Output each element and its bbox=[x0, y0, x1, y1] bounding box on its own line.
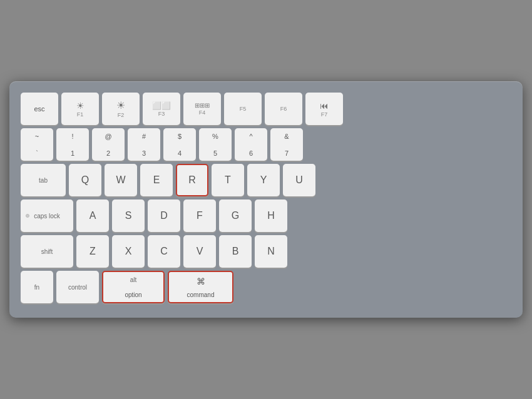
f6-label: F6 bbox=[280, 106, 287, 112]
five-char: 5 bbox=[213, 149, 217, 157]
key-f3[interactable]: ⬜⬜ F3 bbox=[143, 93, 180, 125]
x-label: X bbox=[125, 246, 132, 257]
g-label: G bbox=[232, 210, 239, 221]
key-2[interactable]: @ 2 bbox=[92, 128, 125, 161]
v-label: V bbox=[197, 246, 203, 257]
key-z[interactable]: Z bbox=[76, 235, 109, 268]
command-icon: ⌘ bbox=[197, 276, 205, 286]
a-label: A bbox=[90, 210, 96, 221]
percent-char: % bbox=[212, 133, 218, 140]
key-f6[interactable]: F6 bbox=[265, 93, 302, 125]
exclaim-char: ! bbox=[71, 133, 73, 140]
key-7[interactable]: & 7 bbox=[270, 128, 303, 161]
key-h[interactable]: H bbox=[255, 200, 287, 232]
hash-char: # bbox=[142, 133, 146, 140]
key-v[interactable]: V bbox=[183, 235, 216, 268]
key-f4[interactable]: ⊞⊞⊞ F4 bbox=[183, 93, 221, 125]
key-a[interactable]: A bbox=[76, 200, 109, 232]
at-char: @ bbox=[105, 133, 111, 140]
f-label: F bbox=[197, 210, 203, 221]
caret-char: ^ bbox=[249, 133, 252, 140]
key-f7[interactable]: ⏮ F7 bbox=[305, 93, 343, 125]
key-6[interactable]: ^ 6 bbox=[235, 128, 267, 161]
key-x[interactable]: X bbox=[112, 235, 145, 268]
key-3[interactable]: # 3 bbox=[128, 128, 160, 161]
key-d[interactable]: D bbox=[148, 200, 180, 232]
key-b[interactable]: B bbox=[219, 235, 252, 268]
key-4[interactable]: $ 4 bbox=[163, 128, 196, 161]
z-label: Z bbox=[90, 246, 96, 257]
tilde-char: ~ bbox=[35, 133, 39, 140]
key-w[interactable]: W bbox=[105, 164, 137, 196]
fn-label: fn bbox=[34, 284, 39, 291]
keyboard: esc ☀ F1 ☀ F2 ⬜⬜ F3 ⊞⊞⊞ F4 F5 F6 bbox=[9, 81, 523, 318]
w-label: W bbox=[116, 174, 125, 186]
key-f1[interactable]: ☀ F1 bbox=[61, 93, 99, 125]
one-char: 1 bbox=[71, 149, 74, 157]
q-label: Q bbox=[81, 174, 89, 186]
b-label: B bbox=[232, 246, 239, 257]
key-f[interactable]: F bbox=[183, 200, 216, 232]
six-char: 6 bbox=[249, 149, 253, 157]
key-n[interactable]: N bbox=[255, 235, 287, 268]
key-t[interactable]: T bbox=[212, 164, 244, 196]
capslock-label: caps lock bbox=[34, 213, 60, 220]
key-shift[interactable]: shift bbox=[21, 235, 73, 268]
key-tab[interactable]: tab bbox=[21, 164, 66, 196]
key-e[interactable]: E bbox=[140, 164, 173, 196]
key-backtick[interactable]: ~ ` bbox=[21, 128, 53, 161]
u-label: U bbox=[295, 174, 303, 186]
key-5[interactable]: % 5 bbox=[199, 128, 232, 161]
control-label: control bbox=[68, 284, 87, 291]
zxcv-row: shift Z X C V B N bbox=[21, 235, 511, 268]
c-label: C bbox=[160, 246, 168, 257]
three-char: 3 bbox=[142, 149, 146, 157]
key-option[interactable]: alt option bbox=[102, 271, 165, 303]
key-fn[interactable]: fn bbox=[21, 271, 53, 303]
key-f5[interactable]: F5 bbox=[224, 93, 262, 125]
key-f2[interactable]: ☀ F2 bbox=[102, 93, 140, 125]
key-g[interactable]: G bbox=[219, 200, 252, 232]
y-label: Y bbox=[260, 174, 267, 186]
alt-label: alt bbox=[130, 276, 137, 283]
asdf-row: caps lock A S D F G H bbox=[21, 200, 511, 232]
key-r[interactable]: R bbox=[176, 164, 208, 196]
f1-icon: ☀ bbox=[76, 101, 84, 111]
option-label: option bbox=[125, 291, 141, 298]
key-c[interactable]: C bbox=[148, 235, 180, 268]
key-1[interactable]: ! 1 bbox=[56, 128, 89, 161]
f1-label: F1 bbox=[77, 111, 84, 118]
key-u[interactable]: U bbox=[283, 164, 315, 196]
shift-label: shift bbox=[41, 248, 53, 255]
two-char: 2 bbox=[106, 149, 110, 157]
key-q[interactable]: Q bbox=[69, 164, 101, 196]
amp-char: & bbox=[284, 133, 289, 140]
h-label: H bbox=[267, 210, 275, 221]
s-label: S bbox=[125, 210, 132, 221]
dollar-char: $ bbox=[178, 133, 182, 140]
tab-label: tab bbox=[39, 177, 48, 184]
n-label: N bbox=[267, 246, 275, 257]
bottom-row: fn control alt option ⌘ command bbox=[21, 271, 511, 303]
key-esc[interactable]: esc bbox=[21, 93, 58, 125]
key-command[interactable]: ⌘ command bbox=[168, 271, 233, 303]
e-label: E bbox=[153, 174, 160, 186]
seven-char: 7 bbox=[285, 149, 289, 157]
f3-icon: ⬜⬜ bbox=[152, 101, 171, 110]
f2-icon: ☀ bbox=[116, 99, 125, 111]
key-s[interactable]: S bbox=[112, 200, 145, 232]
key-capslock[interactable]: caps lock bbox=[21, 200, 73, 232]
key-control[interactable]: control bbox=[56, 271, 99, 303]
f7-icon: ⏮ bbox=[320, 101, 329, 111]
key-y[interactable]: Y bbox=[247, 164, 280, 196]
f4-icon: ⊞⊞⊞ bbox=[195, 102, 210, 109]
number-row: ~ ` ! 1 @ 2 # 3 $ 4 % 5 ^ 6 & 7 bbox=[21, 128, 511, 161]
r-label: R bbox=[188, 174, 196, 186]
esc-label: esc bbox=[34, 105, 44, 113]
f4-label: F4 bbox=[199, 109, 206, 116]
qwerty-row: tab Q W E R T Y U bbox=[21, 164, 511, 196]
backtick-char: ` bbox=[36, 149, 38, 157]
f5-label: F5 bbox=[240, 106, 247, 112]
f7-label: F7 bbox=[321, 111, 328, 118]
fn-row: esc ☀ F1 ☀ F2 ⬜⬜ F3 ⊞⊞⊞ F4 F5 F6 bbox=[21, 93, 511, 125]
